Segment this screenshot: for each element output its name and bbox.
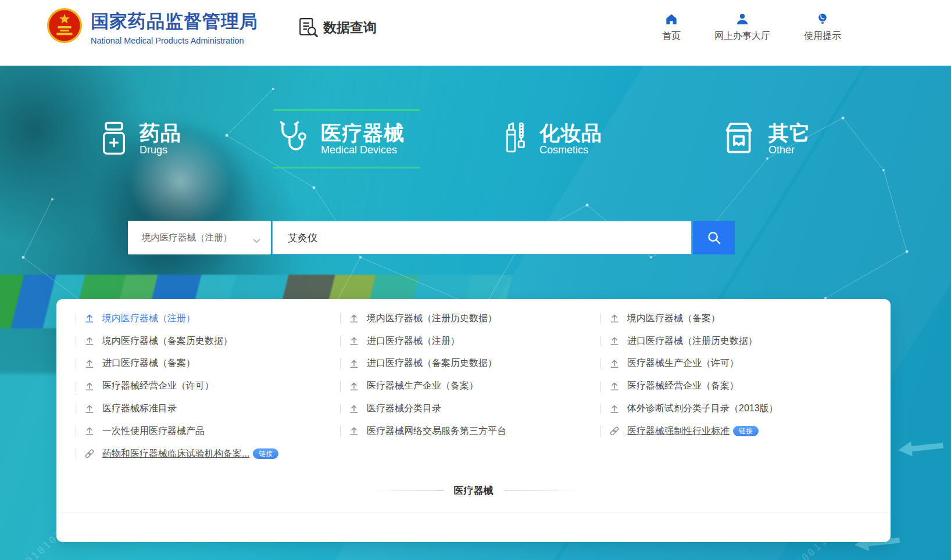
- panel-item-label: 境内医疗器械（备案历史数据）: [102, 335, 233, 347]
- user-icon: [735, 12, 750, 27]
- tab-label-en: Other: [768, 144, 810, 157]
- chevron-down-icon: [253, 235, 260, 240]
- item-divider: [600, 313, 601, 324]
- store-icon: [720, 121, 758, 158]
- panel-item[interactable]: 医疗器械经营企业（许可）: [76, 375, 278, 397]
- export-icon: [609, 336, 620, 346]
- link-icon: [84, 448, 95, 459]
- nav-label: 首页: [662, 30, 681, 42]
- panel-item[interactable]: 境内医疗器械（注册历史数据）: [340, 307, 506, 330]
- export-icon: [609, 358, 620, 369]
- nav-bulb[interactable]: 使用提示: [799, 12, 846, 42]
- tab-other[interactable]: 其它Other: [720, 117, 810, 162]
- panel-item[interactable]: 进口医疗器械（备案历史数据）: [340, 353, 506, 375]
- panel-item[interactable]: 医疗器械生产企业（许可）: [600, 353, 778, 375]
- panel-item[interactable]: 医疗器械生产企业（备案）: [340, 375, 506, 397]
- tab-label-zh: 药品: [140, 123, 181, 144]
- panel-item[interactable]: 进口医疗器械（注册）: [340, 330, 506, 353]
- export-icon: [84, 381, 95, 392]
- export-icon: [349, 358, 359, 369]
- divider-line: [367, 490, 444, 491]
- item-divider: [340, 381, 341, 392]
- tab-text: 医疗器械Medical Devices: [321, 123, 405, 156]
- item-divider: [340, 404, 341, 414]
- export-icon: [84, 404, 95, 414]
- tab-drugs[interactable]: 药品Drugs: [99, 117, 181, 162]
- panel-item-label: 进口医疗器械（注册历史数据）: [627, 335, 757, 347]
- page-title-label: 数据查询: [323, 19, 377, 37]
- panel-item-label: 医疗器械分类目录: [367, 403, 441, 415]
- page-title: 数据查询: [298, 15, 377, 40]
- tab-cosmetics[interactable]: 化妆品Cosmetics: [505, 117, 602, 162]
- panel-item-label: 进口医疗器械（注册）: [367, 335, 460, 347]
- nav-label: 网上办事大厅: [714, 30, 770, 42]
- home-icon: [664, 12, 679, 27]
- item-divider: [76, 426, 76, 436]
- top-header: 国家药品监督管理局 National Medical Products Admi…: [0, 0, 951, 66]
- panel-item-label: 境内医疗器械（备案）: [627, 313, 720, 325]
- panel-item[interactable]: 医疗器械分类目录: [340, 397, 506, 420]
- nav-home[interactable]: 首页: [654, 12, 689, 42]
- dataset-panel: 境内医疗器械（注册）境内医疗器械（备案历史数据）进口医疗器械（备案）医疗器械经营…: [56, 299, 891, 542]
- data-query-icon: [298, 17, 319, 38]
- panel-item[interactable]: 进口医疗器械（注册历史数据）: [600, 330, 778, 353]
- nav-user[interactable]: 网上办事大厅: [707, 12, 777, 42]
- panel-item-label: 医疗器械生产企业（备案）: [367, 380, 478, 392]
- item-divider: [600, 404, 601, 414]
- export-icon: [349, 426, 359, 436]
- category-select[interactable]: 境内医疗器械（注册）: [128, 221, 271, 254]
- panel-item[interactable]: 境内医疗器械（备案）: [600, 307, 778, 330]
- export-icon: [84, 426, 95, 436]
- panel-item[interactable]: 医疗器械网络交易服务第三方平台: [340, 420, 506, 443]
- panel-divider: [56, 512, 891, 512]
- panel-item[interactable]: 境内医疗器械（注册）: [76, 307, 278, 330]
- panel-item[interactable]: 医疗器械经营企业（备案）: [600, 375, 778, 397]
- banner: 0000001100110 0100110101001 1010101010 药…: [0, 66, 951, 560]
- search-input[interactable]: [272, 221, 692, 254]
- tab-medical-devices[interactable]: 医疗器械Medical Devices: [278, 117, 405, 162]
- panel-item[interactable]: 药物和医疗器械临床试验机构备案...链接: [76, 443, 278, 465]
- panel-item[interactable]: 进口医疗器械（备案）: [76, 353, 278, 375]
- export-icon: [349, 313, 359, 324]
- panel-item-label: 进口医疗器械（备案历史数据）: [367, 357, 497, 369]
- panel-section-title: 医疗器械: [56, 484, 891, 497]
- panel-item-label: 医疗器械网络交易服务第三方平台: [367, 425, 506, 437]
- panel-item[interactable]: 一次性使用医疗器械产品: [76, 420, 278, 443]
- item-divider: [76, 358, 76, 369]
- dataset-column: 境内医疗器械（注册历史数据）进口医疗器械（注册）进口医疗器械（备案历史数据）医疗…: [340, 307, 506, 443]
- link-badge: 链接: [253, 448, 278, 459]
- panel-item-label: 境内医疗器械（注册历史数据）: [367, 313, 497, 325]
- tab-label-zh: 其它: [768, 123, 810, 144]
- item-divider: [76, 404, 76, 414]
- panel-section-title-label: 医疗器械: [454, 484, 494, 497]
- item-divider: [340, 358, 341, 369]
- export-icon: [84, 358, 95, 369]
- panel-item[interactable]: 医疗器械强制性行业标准链接: [600, 420, 778, 443]
- panel-item-label: 医疗器械经营企业（备案）: [627, 380, 739, 392]
- arrow-left-decoration: [898, 438, 944, 458]
- item-divider: [340, 426, 341, 436]
- item-divider: [76, 381, 76, 392]
- tab-label-en: Cosmetics: [539, 144, 602, 157]
- dataset-column: 境内医疗器械（注册）境内医疗器械（备案历史数据）进口医疗器械（备案）医疗器械经营…: [76, 307, 278, 465]
- panel-item[interactable]: 境内医疗器械（备案历史数据）: [76, 330, 278, 353]
- pill-bottle-icon: [99, 121, 129, 158]
- export-icon: [349, 404, 359, 414]
- link-icon: [609, 426, 620, 436]
- panel-item-label: 药物和医疗器械临床试验机构备案...: [102, 448, 249, 460]
- site-logo: 国家药品监督管理局 National Medical Products Admi…: [91, 9, 258, 45]
- divider-line: [504, 490, 581, 491]
- tab-label-en: Medical Devices: [321, 144, 405, 157]
- link-badge: 链接: [733, 426, 759, 436]
- export-icon: [609, 313, 620, 324]
- item-divider: [76, 448, 76, 459]
- panel-item-label: 进口医疗器械（备案）: [102, 357, 195, 369]
- panel-item[interactable]: 医疗器械标准目录: [76, 397, 278, 420]
- panel-item[interactable]: 体外诊断试剂分类子目录（2013版）: [600, 397, 778, 420]
- panel-item-label: 体外诊断试剂分类子目录（2013版）: [627, 403, 778, 415]
- export-icon: [349, 381, 359, 392]
- dataset-column: 境内医疗器械（备案）进口医疗器械（注册历史数据）医疗器械生产企业（许可）医疗器械…: [600, 307, 778, 443]
- export-icon: [84, 336, 95, 346]
- search-button[interactable]: [693, 221, 735, 254]
- panel-item-label: 医疗器械经营企业（许可）: [102, 380, 214, 392]
